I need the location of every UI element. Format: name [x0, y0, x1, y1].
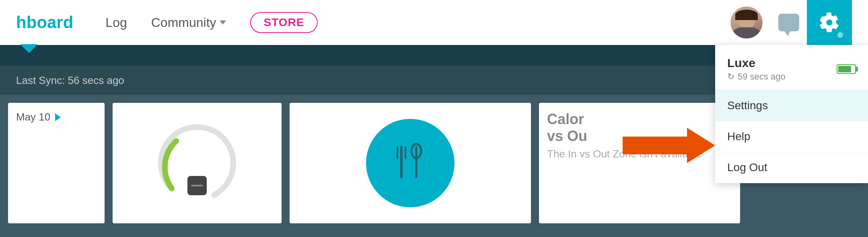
- avatar[interactable]: [730, 6, 763, 39]
- arrow-pointer: [623, 128, 715, 163]
- dropdown-settings[interactable]: Settings: [715, 90, 868, 121]
- sync-label: Last Sync: 56 secs ago: [16, 74, 124, 87]
- sync-icon: ↻: [727, 72, 734, 82]
- header-right: [730, 0, 852, 45]
- device-name: Luxe: [727, 56, 786, 70]
- nav-community[interactable]: Community: [151, 15, 226, 30]
- brand-text: hboard: [16, 13, 73, 32]
- calorie-title-line1: Calor: [547, 111, 732, 128]
- chevron-down-icon: [220, 20, 226, 25]
- food-card: [290, 103, 531, 223]
- chat-icon-wrap[interactable]: [775, 8, 803, 37]
- dropdown-logout[interactable]: Log Out: [715, 152, 868, 183]
- arrow-body: [623, 137, 687, 154]
- date-forward-icon[interactable]: [55, 113, 61, 121]
- steps-card: [113, 103, 282, 223]
- calorie-card: Calor vs Ou The In vs Out Zone isn't ava…: [539, 103, 740, 223]
- store-button[interactable]: STORE: [250, 12, 318, 33]
- date-card: May 10: [8, 103, 105, 223]
- date-label: May 10: [16, 111, 50, 123]
- community-label: Community: [151, 15, 216, 30]
- dropdown-header: Luxe ↻ 59 secs ago: [715, 45, 868, 90]
- nav-links: Log Community STORE: [105, 12, 730, 33]
- device-info: Luxe ↻ 59 secs ago: [727, 56, 786, 82]
- nav-log[interactable]: Log: [105, 15, 127, 30]
- arrow-head: [687, 128, 715, 163]
- arc-container: [153, 119, 241, 207]
- dropdown-help[interactable]: Help: [715, 121, 868, 152]
- sync-time: 59 secs ago: [738, 72, 786, 82]
- gear-button[interactable]: [807, 0, 852, 45]
- header: hboard Log Community STORE: [0, 0, 868, 45]
- chat-icon: [778, 14, 799, 31]
- gear-icon: [819, 12, 840, 33]
- gear-notification-dot: [837, 32, 843, 38]
- header-triangle: [20, 44, 38, 53]
- battery-fill: [838, 66, 851, 72]
- battery-icon: [837, 64, 856, 74]
- device-sync: ↻ 59 secs ago: [727, 72, 786, 82]
- date-nav[interactable]: May 10: [16, 111, 97, 123]
- food-circle: [366, 119, 455, 207]
- dropdown-menu: Luxe ↻ 59 secs ago Settings Help Log Out: [715, 45, 868, 183]
- utensils-icon: [386, 139, 434, 187]
